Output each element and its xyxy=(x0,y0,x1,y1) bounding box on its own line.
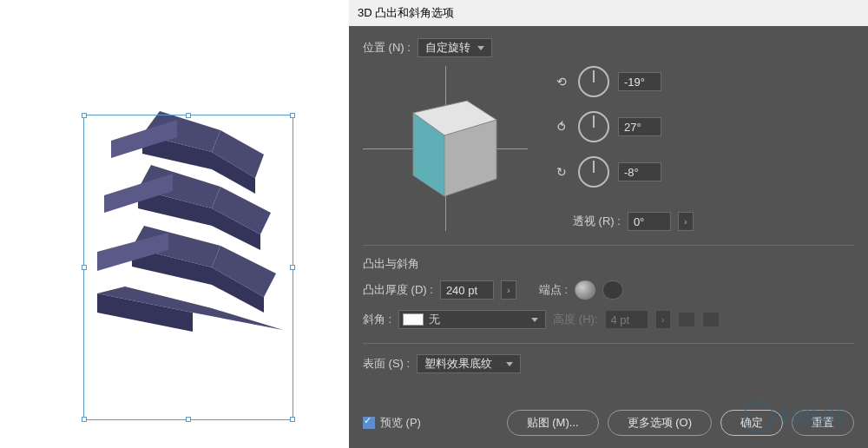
preview-checkbox[interactable] xyxy=(363,417,375,429)
ok-button[interactable]: 确定 xyxy=(720,410,783,436)
position-select[interactable]: 自定旋转 xyxy=(418,38,492,57)
perspective-label: 透视 (R) : xyxy=(573,214,621,229)
dialog-3d-extrude-bevel: 3D 凸出和斜角选项 位置 (N) : 自定旋转 xyxy=(349,0,868,448)
bevel-extent-out-icon xyxy=(702,312,720,327)
handle-top-left[interactable] xyxy=(82,113,87,118)
preview-checkbox-label[interactable]: 预览 (P) xyxy=(363,415,421,431)
perspective-value[interactable]: 0° xyxy=(628,212,671,231)
bevel-height-label: 高度 (H): xyxy=(553,312,597,327)
bevel-height-stepper: › xyxy=(655,310,671,329)
position-label: 位置 (N) : xyxy=(363,40,411,56)
handle-mid-left[interactable] xyxy=(82,265,87,270)
handle-top-right[interactable] xyxy=(290,113,295,118)
rotate-y-dial[interactable] xyxy=(578,111,609,142)
handle-bottom-left[interactable] xyxy=(82,417,87,422)
extrude-depth-stepper[interactable]: › xyxy=(501,280,516,300)
dialog-title-bar[interactable]: 3D 凸出和斜角选项 xyxy=(349,0,868,26)
more-options-button[interactable]: 更多选项 (O) xyxy=(608,410,712,436)
cap-off-button[interactable] xyxy=(602,280,623,300)
rotate-z-icon: ↻ xyxy=(554,164,569,180)
handle-bottom-mid[interactable] xyxy=(186,417,191,422)
perspective-stepper[interactable]: › xyxy=(678,212,694,231)
selection-bounding-box[interactable] xyxy=(83,115,293,420)
extrude-depth-label: 凸出厚度 (D) : xyxy=(363,282,433,298)
extrude-section-title: 凸出与斜角 xyxy=(363,256,854,272)
surface-select[interactable]: 塑料效果底纹 xyxy=(417,354,521,373)
bevel-select[interactable]: 无 xyxy=(398,310,546,329)
rotate-y-value[interactable]: 27° xyxy=(618,117,661,136)
reset-button[interactable]: 重置 xyxy=(792,410,854,436)
bevel-label: 斜角 : xyxy=(363,312,391,327)
rotate-x-dial[interactable] xyxy=(578,66,609,97)
bevel-height-value: 4 pt xyxy=(605,310,648,329)
handle-mid-right[interactable] xyxy=(290,265,295,270)
rotate-x-value[interactable]: -19° xyxy=(618,72,661,91)
extrude-depth-value[interactable]: 240 pt xyxy=(440,280,494,300)
rotate-z-dial[interactable] xyxy=(578,156,609,188)
cap-label: 端点 : xyxy=(539,282,568,298)
cap-on-button[interactable] xyxy=(575,280,595,300)
rotate-y-icon: ⥀ xyxy=(554,119,569,135)
dialog-title: 3D 凸出和斜角选项 xyxy=(358,5,454,21)
rotate-x-icon: ⟲ xyxy=(554,74,569,89)
handle-top-mid[interactable] xyxy=(186,113,191,118)
divider xyxy=(363,245,854,246)
rotation-cube-preview[interactable] xyxy=(363,66,528,231)
surface-label: 表面 (S) : xyxy=(363,356,410,372)
canvas-area xyxy=(0,0,349,448)
bevel-extent-in-icon xyxy=(678,312,695,327)
divider-2 xyxy=(363,343,854,344)
bevel-thumb-icon xyxy=(403,313,424,326)
map-art-button[interactable]: 贴图 (M)... xyxy=(507,410,599,436)
dialog-footer: 预览 (P) 贴图 (M)... 更多选项 (O) 确定 重置 xyxy=(349,398,868,448)
handle-bottom-right[interactable] xyxy=(290,417,295,422)
cube-icon xyxy=(387,85,509,207)
rotate-z-value[interactable]: -8° xyxy=(618,162,661,181)
